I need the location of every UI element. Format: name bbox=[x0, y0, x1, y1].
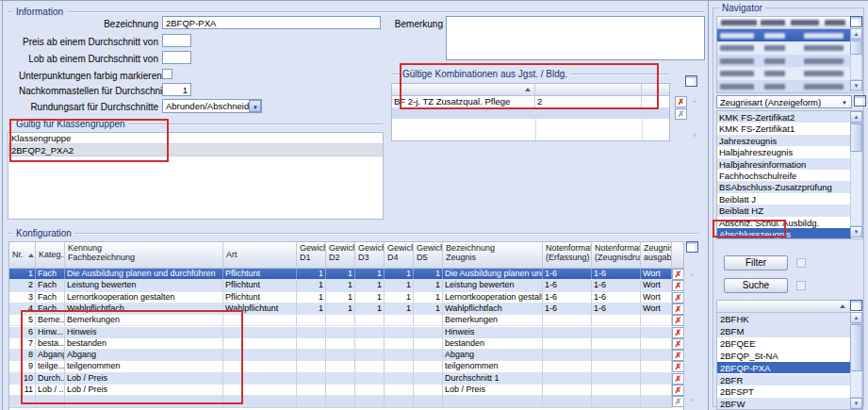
scroll-down-icon[interactable]: ▼ bbox=[689, 398, 695, 403]
record-row[interactable] bbox=[717, 67, 851, 79]
list-item-zeugnisart[interactable]: Halbjahresinformation bbox=[717, 158, 851, 170]
list-item-zeugnisart[interactable]: Beiblatt HZ bbox=[717, 205, 851, 216]
record-row[interactable] bbox=[717, 41, 851, 54]
list-item-bezeichnung[interactable]: 2BFQP-PXA bbox=[717, 362, 851, 374]
table-row[interactable]: 1FachDie Ausbildung planen und durchführ… bbox=[9, 269, 672, 280]
delete-row-button[interactable]: ✗ bbox=[672, 303, 684, 315]
table-row[interactable]: 8AbgangAbgangAbgang bbox=[9, 350, 672, 361]
column-chooser-icon[interactable] bbox=[685, 75, 697, 87]
column-header-aus[interactable]: Zeugnis- ausgabe bbox=[641, 242, 672, 269]
scrollbar-thumb[interactable] bbox=[850, 324, 862, 371]
scrollbar-down-button[interactable]: ▼ bbox=[850, 398, 862, 409]
list-item-zeugnisart[interactable]: Halbjahreszeugnis bbox=[717, 146, 851, 157]
table-row[interactable]: BF 2-j. TZ Zusatzqual. Pflege2 bbox=[392, 96, 669, 107]
table-row[interactable]: 10Durch...Lob / PreisDurchschnitt 1 bbox=[9, 373, 672, 385]
zeugnisart-select[interactable]: Zeugnisart (Anzeigeform) bbox=[716, 95, 852, 108]
record-list-header[interactable] bbox=[717, 17, 851, 29]
table-row[interactable]: 7besta...bestandenbestanden bbox=[9, 338, 672, 350]
column-header-bildungsgang[interactable]: Bildungsgang bbox=[392, 84, 535, 96]
column-chooser-icon[interactable] bbox=[850, 16, 862, 27]
column-header-g1[interactable]: Gewicht D1 bbox=[297, 242, 326, 269]
filter-button[interactable]: Filter bbox=[724, 255, 788, 271]
record-row[interactable] bbox=[717, 55, 851, 67]
scroll-down-icon[interactable]: ▼ bbox=[692, 133, 697, 139]
column-chooser-icon[interactable] bbox=[686, 241, 698, 253]
scrollbar-down-button[interactable]: ▼ bbox=[850, 80, 862, 91]
filter-checkbox[interactable] bbox=[796, 258, 806, 268]
column-header-nfz[interactable]: Notenformat (Zeugnisdruck) bbox=[592, 242, 641, 269]
column-header-g3[interactable]: Gewicht D3 bbox=[355, 242, 385, 269]
bezeichnung-input[interactable] bbox=[162, 16, 381, 29]
table-row[interactable]: 4FachWahlpflichtfachWahlpflichtunt11111W… bbox=[9, 303, 672, 315]
list-item-bezeichnung[interactable]: 2BFQP_St-NA bbox=[717, 350, 851, 362]
record-row[interactable] bbox=[717, 80, 851, 92]
column-header-kat[interactable]: Kateg... bbox=[36, 242, 65, 269]
column-header-g2[interactable]: Gewicht D2 bbox=[326, 242, 355, 269]
list-item-zeugnisart[interactable]: KMK FS-Zertifikat2 bbox=[717, 111, 851, 123]
column-header-jahrgangsstufe[interactable]: Jahrgangsstufe bbox=[535, 84, 642, 96]
list-item-zeugnisart[interactable]: Beiblatt J bbox=[717, 193, 851, 205]
scrollbar-up-button[interactable]: ▲ bbox=[850, 312, 862, 323]
list-item-bezeichnung[interactable]: 2BFW bbox=[717, 398, 851, 410]
delete-row-button[interactable]: ✗ bbox=[672, 350, 684, 361]
preis-input[interactable] bbox=[162, 34, 191, 47]
list-item-bezeichnung[interactable]: 2BFR bbox=[717, 374, 851, 386]
delete-row-button[interactable]: ✗ bbox=[672, 269, 684, 280]
column-header-kennung[interactable]: Kennung Fachbezeichnung bbox=[65, 242, 223, 269]
table-row[interactable]: 2FachLeistung bewertenPflichtunt11111Lei… bbox=[9, 280, 672, 291]
column-chooser-icon[interactable] bbox=[850, 300, 862, 311]
table-row[interactable]: 3FachLernortkooperation gestaltenPflicht… bbox=[9, 292, 672, 303]
table-row-new[interactable] bbox=[392, 107, 669, 119]
column-chooser-icon[interactable] bbox=[854, 95, 866, 107]
list-item-zeugnisart[interactable]: Jahreszeugnis bbox=[717, 135, 851, 146]
list-item-zeugnisart[interactable]: KMK FS-Zertifikat1 bbox=[717, 123, 851, 134]
column-header-klassengruppe[interactable]: Klassengruppe bbox=[8, 133, 383, 144]
table-row[interactable]: 6Hinw...HinweisHinweis bbox=[9, 327, 672, 338]
list-item-bezeichnung[interactable]: 2BFSPT bbox=[717, 385, 851, 398]
chevron-down-icon[interactable]: ▼ bbox=[842, 100, 847, 106]
table-row[interactable]: 9teilge...teilgenommenteilgenommen bbox=[9, 361, 672, 372]
column-header-bez[interactable]: Bezeichnung Zeugnis bbox=[443, 242, 543, 269]
scrollbar-thumb[interactable] bbox=[850, 41, 862, 55]
list-item-zeugnisart[interactable]: BSAbschluss-Zusatzprüfung bbox=[717, 181, 851, 192]
delete-row-button[interactable]: ✗ bbox=[672, 385, 684, 396]
list-item-bezeichnung[interactable]: 2BFM bbox=[717, 325, 851, 337]
column-header-g5[interactable]: Gewicht D5 bbox=[414, 242, 443, 269]
table-row-new[interactable] bbox=[9, 396, 672, 407]
list-item-bezeichnung[interactable]: 2BFQEE bbox=[717, 337, 851, 350]
table-row[interactable]: 2BFQP2_PXA2 bbox=[8, 144, 383, 156]
unterpunktungen-checkbox[interactable] bbox=[162, 69, 172, 79]
rundungsart-select[interactable]: Abrunden/Abschneiden bbox=[162, 99, 262, 113]
delete-row-button[interactable]: ✗ bbox=[672, 327, 684, 338]
delete-row-button[interactable]: ✗ bbox=[672, 280, 684, 291]
column-header-g4[interactable]: Gewicht D4 bbox=[385, 242, 414, 269]
rundungsart-dropdown-button[interactable]: ▼ bbox=[249, 100, 261, 112]
delete-row-button[interactable]: ✗ bbox=[672, 373, 684, 385]
delete-row-button[interactable]: ✗ bbox=[672, 292, 684, 303]
scroll-up-icon[interactable]: ▲ bbox=[692, 98, 697, 104]
bemerkung-textarea[interactable] bbox=[446, 16, 705, 60]
suche-button[interactable]: Suche bbox=[724, 278, 788, 293]
column-header-nfe[interactable]: Notenformat (Erfassung) bbox=[543, 242, 592, 269]
scrollbar-up-button[interactable]: ▲ bbox=[850, 28, 862, 40]
scroll-up-icon[interactable]: ▲ bbox=[689, 271, 695, 277]
delete-row-button[interactable]: ✗ bbox=[672, 361, 684, 372]
list-item-bezeichnung[interactable]: 2BFHK bbox=[717, 313, 851, 325]
record-row[interactable] bbox=[717, 29, 851, 41]
list-item-zeugnisart[interactable]: Abschlusszeugnis bbox=[717, 228, 851, 239]
delete-row-button[interactable]: ✗ bbox=[672, 315, 684, 326]
lob-input[interactable] bbox=[162, 51, 191, 64]
delete-row-button[interactable]: ✗ bbox=[675, 96, 687, 107]
table-row[interactable]: 5Beme...BemerkungenBemerkungen bbox=[9, 315, 672, 326]
column-header-art[interactable]: Art bbox=[223, 242, 297, 269]
suche-checkbox[interactable] bbox=[796, 281, 806, 290]
list-item-zeugnisart[interactable]: Fachhochschulreife bbox=[717, 170, 851, 181]
scrollbar-thumb[interactable] bbox=[850, 123, 862, 152]
delete-row-button[interactable]: ✗ bbox=[672, 338, 684, 350]
column-header-bezeichnung[interactable]: Bezeichnung bbox=[717, 301, 851, 313]
table-row[interactable]: 11Lob / ...Lob / PreisLob / Preis bbox=[9, 385, 672, 396]
nachkommastellen-input[interactable] bbox=[162, 83, 191, 96]
scrollbar-down-button[interactable]: ▼ bbox=[850, 226, 862, 238]
scrollbar-up-button[interactable]: ▲ bbox=[850, 111, 862, 123]
list-item-zeugnisart[interactable]: Abschlz. Schul. Ausbildg. bbox=[717, 217, 851, 228]
